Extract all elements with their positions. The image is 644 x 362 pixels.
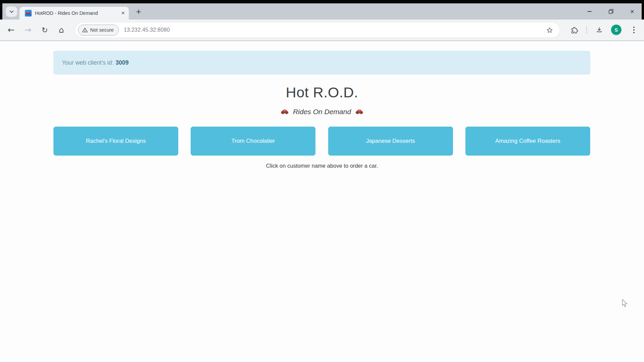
reload-button[interactable]: ↻ bbox=[38, 23, 52, 37]
not-secure-label: Not secure bbox=[90, 27, 114, 33]
window-close-button[interactable]: × bbox=[626, 6, 638, 17]
browser-tab-hotrod[interactable]: HotROD - Rides On Demand × bbox=[20, 7, 129, 20]
page-subtitle: Rides On Demand bbox=[0, 108, 644, 116]
window-minimize-button[interactable] bbox=[583, 6, 596, 17]
hotrod-favicon bbox=[25, 10, 32, 17]
puzzle-icon bbox=[570, 26, 578, 34]
star-icon bbox=[546, 27, 553, 34]
home-icon: ⌂ bbox=[59, 25, 64, 35]
customer-button-rachels-floral-designs[interactable]: Rachel's Floral Designs bbox=[53, 127, 178, 156]
warning-triangle-icon bbox=[82, 27, 88, 33]
customer-button-trom-chocolatier[interactable]: Trom Chocolatier bbox=[191, 127, 315, 156]
bookmark-star-button[interactable] bbox=[543, 27, 556, 34]
screen: HotROD - Rides On Demand × + × ← → ↻ ⌂ N… bbox=[0, 0, 644, 362]
downloads-button[interactable] bbox=[593, 24, 605, 36]
car-icon-right bbox=[355, 109, 364, 114]
client-id-label: Your web client's id: bbox=[62, 59, 113, 66]
desktop-edge-left bbox=[0, 0, 2, 20]
desktop-edge-right bbox=[642, 0, 644, 20]
address-bar[interactable]: Not secure 13.232.45.32:8080 bbox=[75, 23, 560, 37]
kebab-icon bbox=[633, 27, 635, 28]
browser-menu-button[interactable] bbox=[628, 24, 640, 36]
home-button[interactable]: ⌂ bbox=[54, 23, 68, 37]
restore-icon bbox=[609, 9, 613, 14]
instruction-caption: Click on customer name above to order a … bbox=[0, 163, 644, 169]
window-restore-button[interactable] bbox=[605, 6, 617, 17]
url-text[interactable]: 13.232.45.32:8080 bbox=[124, 27, 170, 33]
page-content: Your web client's id: 3009 Hot R.O.D. Ri… bbox=[0, 41, 644, 362]
desktop-edge-top bbox=[0, 0, 644, 3]
extensions-button[interactable] bbox=[568, 24, 580, 36]
subtitle-text: Rides On Demand bbox=[293, 108, 351, 116]
reload-icon: ↻ bbox=[42, 26, 48, 34]
download-icon bbox=[596, 26, 603, 34]
forward-button[interactable]: → bbox=[21, 23, 35, 37]
tab-title: HotROD - Rides On Demand bbox=[35, 10, 117, 16]
toolbar-separator bbox=[586, 26, 587, 34]
close-icon: × bbox=[630, 7, 634, 15]
profile-avatar[interactable]: S bbox=[611, 25, 621, 35]
client-id-banner: Your web client's id: 3009 bbox=[53, 51, 590, 74]
new-tab-button[interactable]: + bbox=[133, 6, 144, 17]
tab-strip: HotROD - Rides On Demand × + × bbox=[0, 3, 644, 20]
car-icon-left bbox=[280, 109, 289, 114]
forward-arrow-icon: → bbox=[25, 25, 31, 35]
back-button[interactable]: ← bbox=[4, 23, 18, 37]
back-arrow-icon: ← bbox=[8, 25, 14, 35]
car-icon bbox=[26, 11, 31, 15]
customer-buttons-row: Rachel's Floral Designs Trom Chocolatier… bbox=[53, 127, 590, 156]
mouse-cursor bbox=[622, 299, 628, 308]
tab-search-button[interactable] bbox=[6, 6, 17, 17]
tab-close-icon[interactable]: × bbox=[120, 10, 126, 16]
not-secure-chip[interactable]: Not secure bbox=[78, 25, 119, 36]
chevron-down-icon bbox=[9, 10, 14, 13]
customer-button-amazing-coffee-roasters[interactable]: Amazing Coffee Roasters bbox=[465, 127, 590, 156]
page-title: Hot R.O.D. bbox=[0, 84, 644, 101]
minimize-icon bbox=[588, 11, 592, 12]
client-id-value: 3009 bbox=[115, 59, 128, 66]
browser-toolbar: ← → ↻ ⌂ Not secure 13.232.45.32:8080 bbox=[0, 20, 644, 41]
customer-button-japanese-desserts[interactable]: Japanese Desserts bbox=[328, 127, 453, 156]
